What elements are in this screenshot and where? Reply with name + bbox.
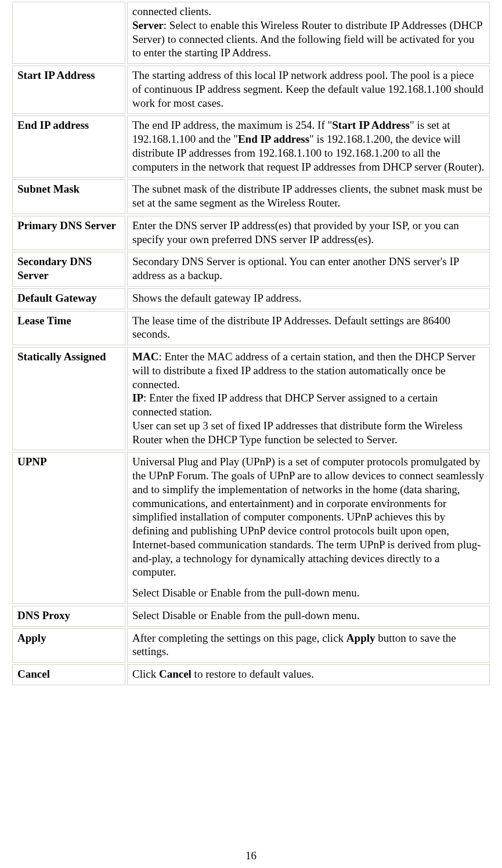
description-paragraph: After completing the settings on this pa… (132, 631, 485, 659)
row-label: Default Gateway (12, 288, 125, 309)
description-paragraph: connected clients.Server: Select to enab… (132, 5, 485, 60)
table-row: Start IP AddressThe starting address of … (12, 66, 490, 114)
row-label: UPNP (12, 452, 125, 604)
description-paragraph: Enter the DNS server IP address(es) that… (132, 219, 485, 247)
row-description: Click Cancel to restore to default value… (127, 664, 490, 685)
row-description: Shows the default gateway IP address. (127, 288, 490, 309)
row-description: Secondary DNS Server is optional. You ca… (127, 252, 490, 287)
table-row: connected clients.Server: Select to enab… (12, 2, 490, 64)
description-paragraph: Secondary DNS Server is optional. You ca… (132, 255, 485, 283)
row-description: MAC: Enter the MAC address of a certain … (127, 347, 490, 450)
row-label (12, 2, 125, 64)
table-row: Primary DNS ServerEnter the DNS server I… (12, 216, 490, 251)
description-paragraph: Shows the default gateway IP address. (132, 291, 485, 305)
row-description: The subnet mask of the distribute IP add… (127, 179, 490, 214)
description-paragraph: Select Disable or Enable from the pull-d… (132, 609, 485, 623)
row-description: Universal Plug and Play (UPnP) is a set … (127, 452, 490, 604)
row-label: DNS Proxy (12, 606, 125, 627)
table-row: End IP addressThe end IP address, the ma… (12, 115, 490, 178)
row-description: The end IP address, the maximum is 254. … (127, 115, 490, 178)
description-paragraph: MAC: Enter the MAC address of a certain … (132, 350, 485, 446)
table-row: CancelClick Cancel to restore to default… (12, 664, 490, 685)
description-paragraph: The end IP address, the maximum is 254. … (132, 118, 485, 173)
table-row: Statically AssignedMAC: Enter the MAC ad… (12, 347, 490, 450)
row-label: End IP address (12, 115, 125, 178)
row-label: Subnet Mask (12, 179, 125, 214)
description-paragraph: The starting address of this local IP ne… (132, 68, 485, 110)
page-content: connected clients.Server: Select to enab… (0, 0, 502, 862)
row-label: Primary DNS Server (12, 216, 125, 251)
row-description: Enter the DNS server IP address(es) that… (127, 216, 490, 251)
description-paragraph: The subnet mask of the distribute IP add… (132, 182, 485, 210)
table-row: Subnet MaskThe subnet mask of the distri… (12, 179, 490, 214)
row-description: After completing the settings on this pa… (127, 628, 490, 663)
table-row: Default GatewayShows the default gateway… (12, 288, 490, 309)
table-row: Lease TimeThe lease time of the distribu… (12, 311, 490, 346)
table-row: UPNPUniversal Plug and Play (UPnP) is a … (12, 452, 490, 604)
table-row: DNS ProxySelect Disable or Enable from t… (12, 606, 490, 627)
row-description: The lease time of the distribute IP Addr… (127, 311, 490, 346)
row-label: Start IP Address (12, 66, 125, 114)
description-paragraph: Select Disable or Enable from the pull-d… (132, 586, 485, 600)
settings-table: connected clients.Server: Select to enab… (10, 0, 492, 687)
row-description: Select Disable or Enable from the pull-d… (127, 606, 490, 627)
row-label: Apply (12, 628, 125, 663)
row-label: Cancel (12, 664, 125, 685)
description-paragraph: Click Cancel to restore to default value… (132, 667, 485, 681)
row-description: The starting address of this local IP ne… (127, 66, 490, 114)
description-paragraph: Universal Plug and Play (UPnP) is a set … (132, 455, 485, 579)
page-number: 16 (10, 849, 492, 862)
row-label: Statically Assigned (12, 347, 125, 450)
row-label: Secondary DNS Server (12, 252, 125, 287)
table-row: ApplyAfter completing the settings on th… (12, 628, 490, 663)
row-label: Lease Time (12, 311, 125, 346)
table-row: Secondary DNS ServerSecondary DNS Server… (12, 252, 490, 287)
description-paragraph: The lease time of the distribute IP Addr… (132, 314, 485, 342)
row-description: connected clients.Server: Select to enab… (127, 2, 490, 64)
